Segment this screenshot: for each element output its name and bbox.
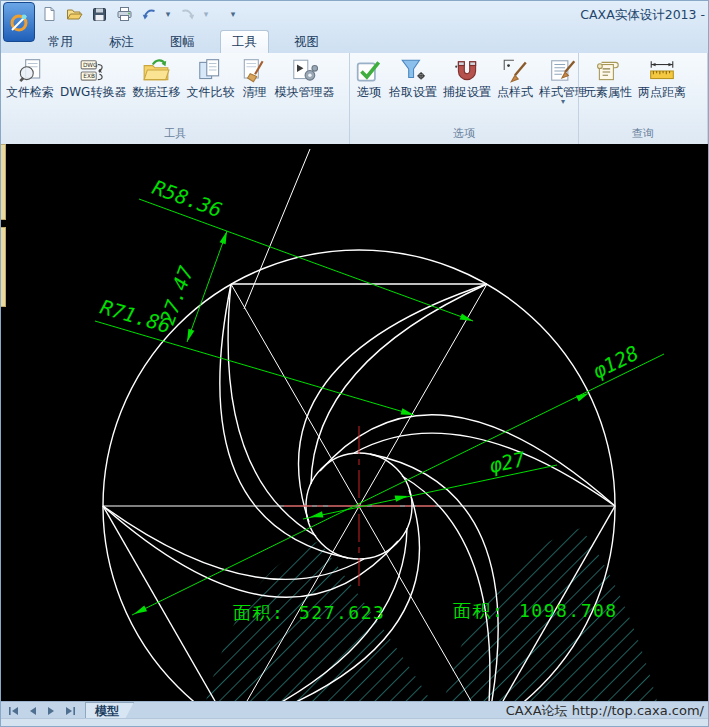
button-label: 元素属性 <box>584 85 632 99</box>
ribbon-group-query: 元素属性 两点距离 查询 <box>579 53 708 144</box>
save-icon[interactable] <box>89 4 109 24</box>
ribbon-group-options: 选项 拾取设置 捕 <box>350 53 579 144</box>
data-migration-button[interactable]: 数据迁移 <box>129 56 183 120</box>
svg-text:DWG: DWG <box>83 62 98 68</box>
tab-tools[interactable]: 工具 <box>220 30 269 53</box>
snap-settings-icon <box>453 57 481 85</box>
file-compare-button[interactable]: 文件比较 <box>183 56 237 120</box>
style-manager-dropdown-icon[interactable]: ▾ <box>561 99 565 105</box>
pick-settings-icon <box>399 57 427 85</box>
redo-dropdown-icon[interactable]: ▾ <box>202 9 210 19</box>
cleanup-icon <box>240 57 268 85</box>
button-label: 数据迁移 <box>132 85 180 99</box>
tab-view[interactable]: 视图 <box>283 31 330 53</box>
button-label: 点样式 <box>497 85 533 99</box>
button-label: DWG转换器 <box>60 85 126 99</box>
area-2-label: 面积: <box>453 600 504 621</box>
qat-overflow-icon[interactable]: ▾ <box>229 9 237 19</box>
button-label: 两点距离 <box>638 85 686 99</box>
undo-dropdown-icon[interactable]: ▾ <box>164 9 172 19</box>
style-manager-icon <box>549 57 577 85</box>
open-file-icon[interactable] <box>64 4 84 24</box>
button-label: 文件比较 <box>186 85 234 99</box>
caxa-logo-icon <box>8 9 30 35</box>
ribbon-tab-bar: 常用 标注 图幅 工具 视图 <box>37 29 330 53</box>
sheet-tab-model[interactable]: 模型 <box>85 702 134 719</box>
ribbon-group-tools: 文件检索 DWG EXB DWG转换器 <box>1 53 350 144</box>
cleanup-button[interactable]: 清理 <box>237 56 271 120</box>
previous-sheet-icon[interactable] <box>26 705 39 717</box>
group-label-options: 选项 <box>350 126 578 144</box>
button-label: 清理 <box>242 85 266 99</box>
undo-icon[interactable] <box>139 4 159 24</box>
data-migration-icon <box>142 57 170 85</box>
two-point-distance-button[interactable]: 两点距离 <box>635 56 689 120</box>
two-point-distance-icon <box>648 57 676 85</box>
new-document-icon[interactable] <box>39 4 59 24</box>
sheet-tab-bar: 模型 CAXA论坛 http://top.caxa.com/ <box>1 701 709 719</box>
module-manager-icon <box>290 57 318 85</box>
area-2-value: 1098.708 <box>519 600 618 621</box>
forum-watermark: CAXA论坛 http://top.caxa.com/ <box>506 702 709 720</box>
next-sheet-icon[interactable] <box>45 705 58 717</box>
quick-access-toolbar: ▾ ▾ ▾ <box>39 4 237 24</box>
window-title: CAXA实体设计2013 - <box>580 7 705 24</box>
button-label: 选项 <box>357 85 381 99</box>
element-properties-icon <box>594 57 622 85</box>
module-manager-button[interactable]: 模块管理器 <box>271 56 337 120</box>
point-style-icon <box>501 57 529 85</box>
file-compare-icon <box>196 57 224 85</box>
dwg-converter-icon: DWG EXB <box>79 57 107 85</box>
snap-settings-button[interactable]: 捕捉设置 <box>440 56 494 120</box>
options-check-icon <box>355 57 383 85</box>
file-search-icon <box>16 57 44 85</box>
area-1-value: 527.623 <box>299 602 385 623</box>
pick-settings-button[interactable]: 拾取设置 <box>386 56 440 120</box>
redo-icon[interactable] <box>177 4 197 24</box>
group-label-query: 查询 <box>579 126 707 144</box>
tab-sheet[interactable]: 图幅 <box>159 31 206 53</box>
options-button[interactable]: 选项 <box>352 56 386 120</box>
button-label: 拾取设置 <box>389 85 437 99</box>
docked-panel-strip-bottom[interactable] <box>1 227 6 307</box>
element-properties-button[interactable]: 元素属性 <box>581 56 635 120</box>
status-bar <box>1 718 709 727</box>
area-1-label: 面积: <box>233 602 284 623</box>
file-search-button[interactable]: 文件检索 <box>3 56 57 120</box>
tab-common[interactable]: 常用 <box>37 31 84 53</box>
window-header: ▾ ▾ ▾ CAXA实体设计2013 - 常用 标注 图幅 工具 视图 <box>1 1 708 144</box>
dwg-converter-button[interactable]: DWG EXB DWG转换器 <box>57 56 129 120</box>
application-menu-button[interactable] <box>3 2 35 42</box>
button-label: 捕捉设置 <box>443 85 491 99</box>
first-sheet-icon[interactable] <box>7 705 20 717</box>
docked-panel-strip-top[interactable] <box>1 144 6 220</box>
last-sheet-icon[interactable] <box>64 705 77 717</box>
cad-drawing: R58.36 27.47 R71.86 φ128 φ27 面积: 527.623… <box>1 144 709 701</box>
svg-text:EXB: EXB <box>84 73 96 79</box>
button-label: 文件检索 <box>6 85 54 99</box>
drawing-canvas[interactable]: R58.36 27.47 R71.86 φ128 φ27 面积: 527.623… <box>1 144 709 701</box>
ribbon: 文件检索 DWG EXB DWG转换器 <box>1 53 708 145</box>
print-icon[interactable] <box>114 4 134 24</box>
button-label: 模块管理器 <box>274 85 334 99</box>
sheet-navigation <box>1 705 85 717</box>
group-label-tools: 工具 <box>1 126 349 144</box>
tab-annotation[interactable]: 标注 <box>98 31 145 53</box>
point-style-button[interactable]: 点样式 <box>494 56 536 120</box>
